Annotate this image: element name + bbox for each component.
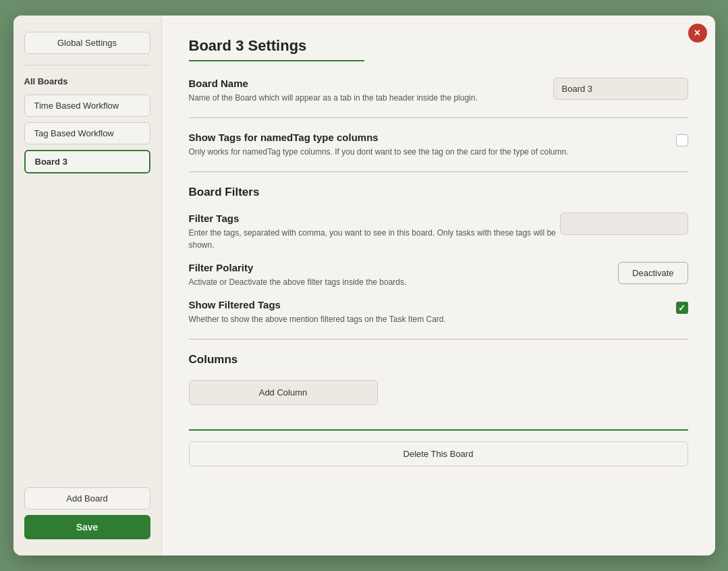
deactivate-button[interactable]: Deactivate (618, 262, 688, 284)
main-content: Board 3 Settings Board Name Name of the … (162, 16, 715, 555)
board-filters-title: Board Filters (189, 186, 688, 199)
show-tags-checkbox[interactable] (676, 134, 688, 146)
sidebar-divider (24, 65, 150, 65)
title-underline (189, 60, 364, 61)
show-tags-divider (189, 171, 688, 172)
show-filtered-tags-left: Show Filtered Tags Whether to show the a… (189, 299, 446, 325)
sidebar-item-time-based-workflow[interactable]: Time Based Workflow (24, 94, 150, 117)
columns-title: Columns (189, 353, 688, 366)
board-name-desc: Name of the Board which will appear as a… (189, 92, 478, 104)
show-filtered-tags-label: Show Filtered Tags (189, 299, 446, 310)
all-boards-label: All Boards (24, 76, 150, 86)
add-board-button[interactable]: Add Board (24, 487, 150, 510)
filter-tags-input[interactable] (560, 213, 688, 235)
show-tags-label: Show Tags for namedTag type columns (189, 132, 569, 143)
show-tags-left: Show Tags for namedTag type columns Only… (189, 132, 569, 158)
board-name-divider (189, 117, 688, 118)
delete-board-button[interactable]: Delete This Board (189, 441, 688, 466)
page-title: Board 3 Settings (189, 37, 688, 55)
filter-tags-section: Filter Tags Enter the tags, separated wi… (189, 213, 688, 251)
filter-tags-desc: Enter the tags, separated with comma, yo… (189, 227, 560, 251)
filter-tags-label: Filter Tags (189, 213, 560, 224)
filter-polarity-label: Filter Polarity (189, 262, 407, 273)
filter-tags-left: Filter Tags Enter the tags, separated wi… (189, 213, 560, 251)
global-settings-button[interactable]: Global Settings (24, 32, 150, 54)
board-name-label: Board Name (189, 78, 478, 89)
modal: × Global Settings All Boards Time Based … (13, 16, 715, 555)
add-column-button[interactable]: Add Column (189, 380, 378, 405)
show-tags-section: Show Tags for namedTag type columns Only… (189, 132, 688, 158)
close-button[interactable]: × (688, 24, 707, 43)
show-filtered-tags-section: Show Filtered Tags Whether to show the a… (189, 299, 688, 325)
board-name-input[interactable] (553, 78, 688, 100)
board-name-section: Board Name Name of the Board which will … (189, 78, 688, 104)
show-filtered-tags-checkbox[interactable] (676, 302, 688, 314)
modal-overlay: × Global Settings All Boards Time Based … (0, 0, 728, 571)
sidebar-bottom: Add Board Save (24, 487, 150, 539)
sidebar: Global Settings All Boards Time Based Wo… (13, 16, 162, 555)
show-filtered-tags-desc: Whether to show the above mention filter… (189, 313, 446, 325)
bottom-divider (189, 429, 688, 431)
filters-divider (189, 339, 688, 339)
board-name-left: Board Name Name of the Board which will … (189, 78, 478, 104)
filter-polarity-section: Filter Polarity Activate or Deactivate t… (189, 262, 688, 288)
save-button[interactable]: Save (24, 515, 150, 539)
filter-polarity-desc: Activate or Deactivate the above filter … (189, 276, 407, 288)
sidebar-item-tag-based-workflow[interactable]: Tag Based Workflow (24, 122, 150, 144)
filter-polarity-left: Filter Polarity Activate or Deactivate t… (189, 262, 407, 288)
sidebar-item-board-3[interactable]: Board 3 (24, 150, 150, 173)
show-tags-desc: Only works for namedTag type columns. If… (189, 146, 569, 158)
